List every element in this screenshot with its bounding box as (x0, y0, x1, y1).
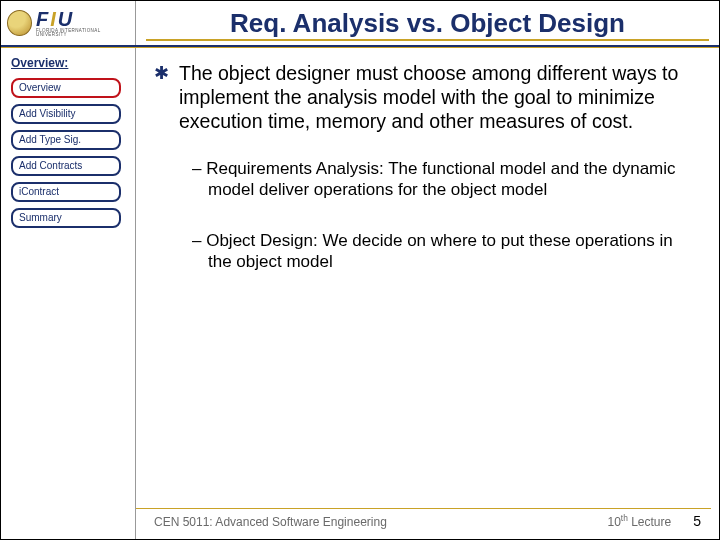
sidebar-item-add-type-sig[interactable]: Add Type Sig. (11, 130, 121, 150)
logo-text: F I U FLORIDA INTERNATIONAL UNIVERSITY (36, 9, 129, 38)
main-bullet-text: The object designer must choose among di… (179, 62, 691, 133)
sidebar-item-overview[interactable]: Overview (11, 78, 121, 98)
page-title: Req. Analysis vs. Object Design (230, 8, 625, 39)
lecture-number: 10 (607, 515, 620, 529)
sidebar: Overview: Overview Add Visibility Add Ty… (1, 48, 136, 539)
seal-icon (7, 10, 32, 36)
sidebar-item-add-visibility[interactable]: Add Visibility (11, 104, 121, 124)
footer: CEN 5011: Advanced Software Engineering … (136, 513, 719, 529)
logo: F I U FLORIDA INTERNATIONAL UNIVERSITY (1, 1, 136, 45)
sidebar-item-icontract[interactable]: iContract (11, 182, 121, 202)
body: Overview: Overview Add Visibility Add Ty… (1, 48, 719, 539)
footer-lecture: 10th Lecture (607, 513, 671, 529)
lecture-word: Lecture (628, 515, 671, 529)
logo-letter-u: U (58, 9, 74, 29)
snowflake-icon: ✱ (154, 62, 169, 133)
logo-subtitle: FLORIDA INTERNATIONAL UNIVERSITY (36, 29, 129, 38)
sub-bullet-1: Requirements Analysis: The functional mo… (192, 159, 691, 200)
sub-bullet-2: Object Design: We decide on where to put… (192, 231, 691, 272)
footer-course: CEN 5011: Advanced Software Engineering (154, 515, 607, 529)
logo-letter-f: F (36, 9, 50, 29)
main-bullet: ✱ The object designer must choose among … (154, 62, 691, 133)
page-number: 5 (693, 513, 701, 529)
sub-bullets: Requirements Analysis: The functional mo… (154, 159, 691, 272)
header: F I U FLORIDA INTERNATIONAL UNIVERSITY R… (1, 1, 719, 47)
sidebar-item-add-contracts[interactable]: Add Contracts (11, 156, 121, 176)
title-underline (146, 39, 709, 41)
sidebar-item-summary[interactable]: Summary (11, 208, 121, 228)
sidebar-heading: Overview: (11, 56, 125, 70)
lecture-ordinal: th (621, 513, 628, 523)
title-area: Req. Analysis vs. Object Design (136, 1, 719, 45)
footer-rule (136, 508, 711, 509)
logo-letter-i: I (50, 9, 58, 29)
content: ✱ The object designer must choose among … (136, 48, 719, 539)
slide: F I U FLORIDA INTERNATIONAL UNIVERSITY R… (0, 0, 720, 540)
